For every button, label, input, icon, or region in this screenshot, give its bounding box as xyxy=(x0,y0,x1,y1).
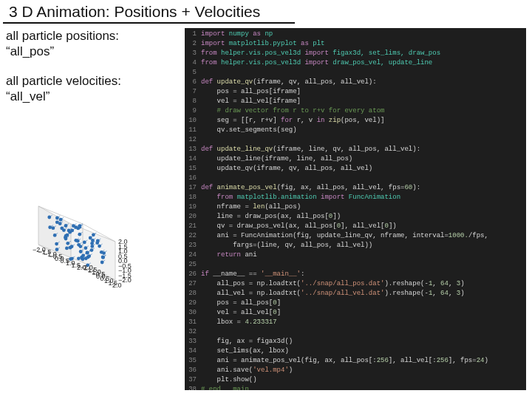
line-number: 2 xyxy=(185,39,201,49)
svg-point-115 xyxy=(81,253,85,257)
code-line: 16 xyxy=(185,174,526,183)
code-editor: 1import numpy as np2import matplotlib.py… xyxy=(185,28,526,390)
svg-point-97 xyxy=(78,225,82,229)
code-content: fargs=(line, qv, all_pos, all_vel)) xyxy=(201,241,526,250)
code-line: 10 seg = [[r, r+v] for r, v in zip(pos, … xyxy=(185,116,526,126)
code-line: 23 fargs=(line, qv, all_pos, all_vel)) xyxy=(185,241,526,250)
line-number: 12 xyxy=(185,135,201,145)
line-number: 36 xyxy=(185,366,201,375)
code-line: 5 xyxy=(185,68,526,78)
svg-point-117 xyxy=(76,239,80,243)
code-content: def update_line_qv(iframe, line, qv, all… xyxy=(201,145,526,154)
code-line: 29 pos = all_pos[0] xyxy=(185,299,526,308)
code-content: # draw vector from r to r+v for every at… xyxy=(201,106,526,116)
line-number: 35 xyxy=(185,356,201,366)
svg-point-15 xyxy=(47,216,51,219)
code-content: import matplotlib.pyplot as plt xyxy=(201,39,526,49)
code-line: 2import matplotlib.pyplot as plt xyxy=(185,39,526,49)
line-number: 26 xyxy=(185,270,201,279)
svg-point-133 xyxy=(69,246,72,250)
svg-point-69 xyxy=(84,246,88,250)
line-number: 30 xyxy=(185,308,201,318)
line-number: 19 xyxy=(185,202,201,212)
code-content: update_line(iframe, line, all_pos) xyxy=(201,154,526,164)
code-line: 37 plt.show() xyxy=(185,375,526,385)
line-number: 23 xyxy=(185,241,201,250)
line-number: 24 xyxy=(185,250,201,260)
code-line: 20 line = draw_pos(ax, all_pos[0]) xyxy=(185,212,526,222)
code-content xyxy=(201,68,526,78)
code-content: all_pos = np.loadtxt('../snap/all_pos.da… xyxy=(201,279,526,289)
line-number: 34 xyxy=(185,347,201,356)
left-column: all particle positions: “all_pos” all pa… xyxy=(0,24,185,390)
svg-point-119 xyxy=(78,233,81,236)
code-line: 14 update_line(iframe, line, all_pos) xyxy=(185,154,526,164)
code-content: all_vel = np.loadtxt('../snap/all_vel.da… xyxy=(201,289,526,299)
line-number: 28 xyxy=(185,289,201,299)
code-content: if __name__ == '__main__': xyxy=(201,270,526,279)
code-content: from matplotlib.animation import FuncAni… xyxy=(201,193,526,202)
line-number: 9 xyxy=(185,106,201,116)
code-content: # end __main__ xyxy=(201,385,526,390)
code-line: 19 nframe = len(all_pos) xyxy=(185,202,526,212)
line-number: 10 xyxy=(185,116,201,126)
code-content: return ani xyxy=(201,250,526,260)
pos-label: all particle positions: xyxy=(6,28,185,44)
code-line: 15 update_qv(iframe, qv, all_pos, all_ve… xyxy=(185,164,526,174)
code-line: 6def update_qv(iframe, qv, all_pos, all_… xyxy=(185,78,526,87)
svg-point-83 xyxy=(52,226,55,230)
line-number: 4 xyxy=(185,58,201,68)
code-line: 26if __name__ == '__main__': xyxy=(185,270,526,279)
code-content: pos = all_pos[iframe] xyxy=(201,87,526,97)
line-number: 20 xyxy=(185,212,201,222)
code-content: from helper.vis.pos_vel3d import figax3d… xyxy=(201,49,526,58)
code-line: 3from helper.vis.pos_vel3d import figax3… xyxy=(185,49,526,58)
svg-point-123 xyxy=(92,233,95,236)
code-content: qv.set_segments(seg) xyxy=(201,126,526,135)
line-number: 7 xyxy=(185,87,201,97)
vel-label: all particle velocities: xyxy=(6,73,185,89)
vel-block: all particle velocities: “all_vel” xyxy=(6,73,185,105)
code-line: 7 pos = all_pos[iframe] xyxy=(185,87,526,97)
line-number: 25 xyxy=(185,260,201,270)
svg-point-137 xyxy=(55,220,59,224)
pos-var: “all_pos” xyxy=(6,44,185,59)
slide: 3 D Animation: Positions + Velocities al… xyxy=(0,0,532,399)
code-line: 24 return ani xyxy=(185,250,526,260)
code-line: 13def update_line_qv(iframe, line, qv, a… xyxy=(185,145,526,154)
code-line: 27 all_pos = np.loadtxt('../snap/all_pos… xyxy=(185,279,526,289)
code-content xyxy=(201,135,526,145)
code-line: 36 ani.save('vel.mp4') xyxy=(185,366,526,375)
code-content: def update_qv(iframe, qv, all_pos, all_v… xyxy=(201,78,526,87)
line-number: 31 xyxy=(185,318,201,327)
code-line: 25 xyxy=(185,260,526,270)
line-number: 14 xyxy=(185,154,201,164)
line-number: 38 xyxy=(185,385,201,390)
code-line: 8 vel = all_vel[iframe] xyxy=(185,97,526,106)
code-line: 22 ani = FuncAnimation(fig, update_line_… xyxy=(185,231,526,241)
code-line: 33 fig, ax = figax3d() xyxy=(185,337,526,347)
code-content: from helper.vis.pos_vel3d import draw_po… xyxy=(201,58,526,68)
vel-var: “all_vel” xyxy=(6,89,185,104)
pos-block: all particle positions: “all_pos” xyxy=(6,28,185,60)
code-content: plt.show() xyxy=(201,375,526,385)
line-number: 15 xyxy=(185,164,201,174)
code-content xyxy=(201,260,526,270)
line-number: 33 xyxy=(185,337,201,347)
line-number: 17 xyxy=(185,183,201,193)
svg-point-53 xyxy=(48,225,52,229)
code-content xyxy=(201,327,526,337)
code-content: seg = [[r, r+v] for r, v in zip(pos, vel… xyxy=(201,116,526,126)
code-content: vel = all_vel[iframe] xyxy=(201,97,526,106)
code-content: ani = animate_pos_vel(fig, ax, all_pos[:… xyxy=(201,356,526,366)
line-number: 18 xyxy=(185,193,201,202)
code-line: 11 qv.set_segments(seg) xyxy=(185,126,526,135)
line-number: 32 xyxy=(185,327,201,337)
line-number: 1 xyxy=(185,30,201,39)
line-number: 5 xyxy=(185,68,201,78)
code-line: 38# end __main__ xyxy=(185,385,526,390)
line-number: 21 xyxy=(185,222,201,231)
svg-point-131 xyxy=(81,257,84,261)
y-tick-label: 2.0 xyxy=(112,282,122,290)
code-line: 34 set_lims(ax, lbox) xyxy=(185,347,526,356)
